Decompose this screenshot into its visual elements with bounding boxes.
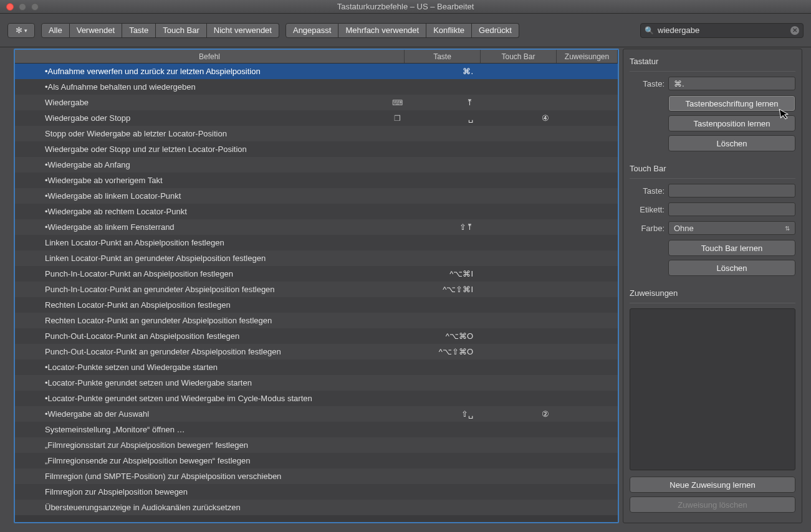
cell-command: Rechten Locator-Punkt an gerundeter Absp… [15, 316, 390, 325]
cell-key: ^⌥⇧⌘I [405, 285, 481, 294]
table-row[interactable]: Rechten Locator-Punkt an Abspielposition… [15, 297, 618, 313]
table-row[interactable]: •Wiedergabe ab linkem Locator-Punkt [15, 188, 618, 204]
th-command[interactable]: Befehl [15, 50, 405, 63]
table-row[interactable]: •Wiedergabe ab vorherigem Takt [15, 173, 618, 188]
touchbar-color-label: Farbe: [630, 224, 665, 233]
th-touchbar[interactable]: Touch Bar [481, 50, 557, 63]
cell-command: •Locator-Punkte setzen und Wiedergabe st… [15, 363, 390, 372]
table-row[interactable]: Stopp oder Wiedergabe ab letzter Locator… [15, 126, 618, 141]
delete-touchbar-button[interactable]: Löschen [668, 260, 795, 276]
filter-mehrfach[interactable]: Mehrfach verwendet [338, 23, 426, 38]
table-row[interactable]: Filmregion zur Abspielposition bewegen [15, 484, 618, 500]
cell-command: Filmregion (und SMPTE-Position) zur Absp… [15, 472, 390, 481]
table-row[interactable]: •Wiedergabe ab linkem Fensterrand⇧⤒ [15, 219, 618, 235]
actions-menu-button[interactable]: ✻ ▾ [7, 23, 35, 38]
table-row[interactable]: •Locator-Punkte setzen und Wiedergabe st… [15, 359, 618, 375]
table-row[interactable]: Linken Locator-Punkt an Abspielposition … [15, 235, 618, 250]
close-window-button[interactable] [6, 3, 14, 11]
touchbar-key-field[interactable] [668, 184, 795, 197]
cell-key: ␣ [405, 113, 481, 123]
search-input[interactable] [658, 26, 787, 35]
learn-touchbar-button[interactable]: Touch Bar lernen [668, 240, 795, 256]
cell-key: ^⌥⌘I [405, 269, 481, 278]
table-row[interactable]: Punch-Out-Locator-Punkt an gerundeter Ab… [15, 344, 618, 359]
cell-command: Übersteuerungsanzeige in Audiokanälen zu… [15, 503, 390, 512]
table-row[interactable]: Systemeinstellung „Monitore“ öffnen … [15, 422, 618, 437]
filter-angepasst[interactable]: Angepasst [286, 23, 338, 38]
table-row[interactable]: Punch-In-Locator-Punkt an gerundeter Abs… [15, 282, 618, 297]
table-row[interactable]: Wiedergabe⌨⤒ [15, 95, 618, 110]
cell-command: Wiedergabe oder Stopp und zur letzten Lo… [15, 145, 390, 154]
touchbar-label-field[interactable] [668, 202, 795, 216]
search-icon: 🔍 [645, 26, 654, 35]
section-touchbar-title: Touch Bar [630, 164, 795, 173]
table-row[interactable]: •Aufnahme verwerfen und zurück zur letzt… [15, 64, 618, 79]
table-row[interactable]: •Wiedergabe ab der Auswahl⇧␣② [15, 406, 618, 422]
th-assignments[interactable]: Zuweisungen [557, 50, 618, 63]
cell-command: •Wiedergabe ab vorherigem Takt [15, 176, 390, 185]
filter-group-2: Angepasst Mehrfach verwendet Konflikte G… [286, 23, 519, 38]
filter-konflikte[interactable]: Konflikte [426, 23, 472, 38]
section-assignments-title: Zuweisungen [630, 288, 795, 298]
cell-command: •Wiedergabe ab linkem Fensterrand [15, 222, 390, 232]
keyboard-key-label: Taste: [630, 79, 665, 88]
delete-assignment-button[interactable]: Zuweisung löschen [630, 496, 795, 513]
cell-command: •Wiedergabe ab der Auswahl [15, 409, 390, 419]
cell-command: Stopp oder Wiedergabe ab letzter Locator… [15, 129, 390, 138]
cell-command: Filmregion zur Abspielposition bewegen [15, 487, 390, 496]
table-row[interactable]: Filmregion (und SMPTE-Position) zur Absp… [15, 468, 618, 484]
cell-command: Linken Locator-Punkt an Abspielposition … [15, 238, 390, 247]
cell-command: „Filmregionsende zur Abspielposition bew… [15, 456, 390, 465]
table-row[interactable]: Rechten Locator-Punkt an gerundeter Absp… [15, 313, 618, 328]
cell-command: •Wiedergabe ab rechtem Locator-Punkt [15, 207, 390, 216]
table-row[interactable]: •Wiedergabe ab Anfang [15, 157, 618, 173]
table-row[interactable]: „Filmregionsstart zur Abspielposition be… [15, 437, 618, 453]
table-row[interactable]: •Als Aufnahme behalten und wiedergeben [15, 79, 618, 95]
table-row[interactable]: Wiedergabe oder Stopp❐␣④ [15, 110, 618, 126]
table-row[interactable]: •Locator-Punkte gerundet setzen und Wied… [15, 391, 618, 406]
delete-key-button[interactable]: Löschen [668, 135, 795, 151]
filter-verwendet[interactable]: Verwendet [70, 23, 122, 38]
cell-command: •Locator-Punkte gerundet setzen und Wied… [15, 378, 390, 387]
row-type-icon: ❐ [390, 114, 405, 123]
table-row[interactable]: •Locator-Punkte gerundet setzen und Wied… [15, 375, 618, 391]
window-title: Tastaturkurzbefehle – US – Bearbeitet [0, 2, 811, 11]
learn-assignment-button[interactable]: Neue Zuweisung lernen [630, 477, 795, 493]
clear-search-button[interactable]: ✕ [790, 26, 799, 35]
filter-nicht-verwendet[interactable]: Nicht verwendet [207, 23, 279, 38]
cell-command: Punch-In-Locator-Punkt an gerundeter Abs… [15, 285, 390, 294]
table-row[interactable]: •Wiedergabe ab rechtem Locator-Punkt [15, 204, 618, 219]
learn-key-label-button[interactable]: Tastenbeschriftung lernen [668, 95, 795, 112]
learn-key-position-button[interactable]: Tastenposition lernen [668, 115, 795, 131]
cell-command: •Wiedergabe ab Anfang [15, 160, 390, 169]
table-row[interactable]: „Filmregionsende zur Abspielposition bew… [15, 453, 618, 468]
touchbar-key-label: Taste: [630, 186, 665, 196]
touchbar-color-select[interactable]: Ohne ⇅ [668, 221, 795, 235]
table-row[interactable]: Linken Locator-Punkt an gerundeter Abspi… [15, 250, 618, 266]
zoom-window-button[interactable] [31, 3, 39, 11]
filter-alle[interactable]: Alle [41, 23, 70, 38]
table-row[interactable]: Punch-Out-Locator-Punkt an Abspielpositi… [15, 328, 618, 344]
cell-command: Rechten Locator-Punkt an Abspielposition… [15, 300, 390, 310]
filter-taste[interactable]: Taste [122, 23, 156, 38]
cell-key: ⤒ [405, 98, 481, 107]
table-row[interactable]: Wiedergabe oder Stopp und zur letzten Lo… [15, 141, 618, 157]
th-key[interactable]: Taste [405, 50, 481, 63]
cell-command: „Filmregionsstart zur Abspielposition be… [15, 440, 390, 450]
table-row[interactable]: Punch-In-Locator-Punkt an Abspielpositio… [15, 266, 618, 282]
cell-command: •Aufnahme verwerfen und zurück zur letzt… [15, 67, 390, 76]
cell-command: Punch-In-Locator-Punkt an Abspielpositio… [15, 269, 390, 278]
assignments-list[interactable] [630, 308, 795, 470]
cell-key: ⌘. [405, 67, 481, 76]
cell-key: ⇧␣ [405, 409, 481, 419]
table-row[interactable]: Übersteuerungsanzeige in Audiokanälen zu… [15, 500, 618, 515]
search-field-wrap[interactable]: 🔍 ✕ [640, 23, 804, 38]
row-type-icon: ⌨ [390, 98, 405, 107]
minimize-window-button[interactable] [19, 3, 26, 11]
toolbar: ✻ ▾ Alle Verwendet Taste Touch Bar Nicht… [0, 14, 811, 47]
cell-command: Systemeinstellung „Monitore“ öffnen … [15, 425, 390, 434]
cell-command: Punch-Out-Locator-Punkt an Abspielpositi… [15, 331, 390, 341]
filter-gedrueckt[interactable]: Gedrückt [472, 23, 519, 38]
keyboard-key-field[interactable]: ⌘. [668, 77, 795, 90]
filter-touchbar[interactable]: Touch Bar [156, 23, 207, 38]
